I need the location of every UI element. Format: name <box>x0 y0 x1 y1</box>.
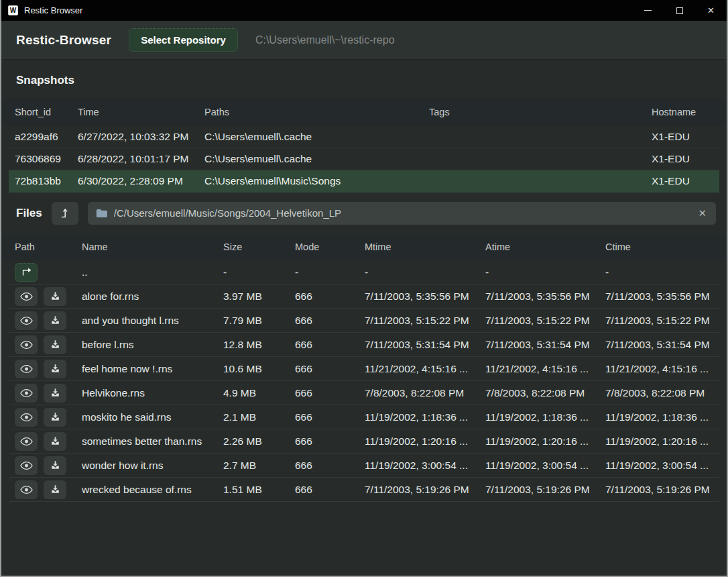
file-size: 2.7 MB <box>223 460 295 472</box>
column-hostname: Hostname <box>652 107 719 117</box>
column-atime: Atime <box>485 242 605 252</box>
up-then-right-arrow-icon <box>21 268 32 276</box>
preview-file-button[interactable] <box>15 311 38 330</box>
file-ctime: 11/19/2002, 1:20:16 ... <box>605 435 719 448</box>
go-up-directory-button[interactable] <box>52 202 78 225</box>
file-mtime: 7/8/2003, 8:22:08 PM <box>365 387 485 399</box>
file-row: moskito he said.rns 2.1 MB 666 11/19/200… <box>9 405 719 429</box>
snapshot-short-id: a2299af6 <box>15 131 78 143</box>
download-file-button[interactable] <box>44 432 66 451</box>
files-table-header: Path Name Size Mode Mtime Atime Ctime <box>1 233 727 260</box>
download-file-button[interactable] <box>44 360 66 378</box>
app-logo-icon: W <box>8 5 18 15</box>
eye-icon <box>20 316 33 325</box>
file-ctime: 7/11/2003, 5:35:56 PM <box>605 291 719 303</box>
file-atime: - <box>485 266 605 278</box>
file-mode: 666 <box>295 315 365 327</box>
file-name: alone for.rns <box>82 291 223 303</box>
enter-parent-directory-button[interactable] <box>15 263 38 282</box>
snapshot-hostname: X1-EDU <box>652 131 719 143</box>
column-tags: Tags <box>429 107 652 117</box>
empty-area <box>1 502 727 576</box>
file-mtime: 7/11/2003, 5:31:54 PM <box>365 339 485 351</box>
file-mtime: 11/19/2002, 1:20:16 ... <box>365 435 485 448</box>
files-path-input[interactable]: /C/Users/emuell/Music/Songs/2004_Helveti… <box>88 202 716 225</box>
download-file-button[interactable] <box>44 311 66 330</box>
folder-icon <box>96 209 107 218</box>
file-mode: 666 <box>295 484 365 496</box>
file-ctime: 7/8/2003, 8:22:08 PM <box>605 387 719 399</box>
file-mtime: 7/11/2003, 5:35:56 PM <box>365 291 485 303</box>
download-file-button[interactable] <box>44 335 66 354</box>
file-ctime: 11/19/2002, 1:18:36 ... <box>605 411 719 423</box>
files-bar: Files /C/Users/emuell/Music/Songs/2004_H… <box>1 193 727 233</box>
download-file-button[interactable] <box>44 480 66 499</box>
download-file-button[interactable] <box>44 287 66 306</box>
file-atime: 7/11/2003, 5:19:26 PM <box>485 484 605 496</box>
preview-file-button[interactable] <box>15 287 38 306</box>
snapshot-hostname: X1-EDU <box>652 175 719 187</box>
file-mode: - <box>295 266 365 278</box>
eye-icon <box>20 388 33 398</box>
file-row: sometimes better than.rns 2.26 MB 666 11… <box>9 429 719 454</box>
clear-path-button[interactable]: ✕ <box>696 207 708 219</box>
file-mtime: 7/11/2003, 5:15:22 PM <box>365 315 485 327</box>
snapshot-row[interactable]: a2299af6 6/27/2022, 10:03:32 PM C:\Users… <box>9 126 719 148</box>
preview-file-button[interactable] <box>15 408 38 427</box>
file-mtime: 11/19/2002, 1:18:36 ... <box>365 411 485 423</box>
file-size: 12.8 MB <box>223 339 295 351</box>
file-size: 2.26 MB <box>223 435 295 448</box>
select-repository-button[interactable]: Select Repository <box>129 28 238 52</box>
snapshot-paths: C:\Users\emuell\.cache <box>204 153 429 165</box>
file-atime: 11/19/2002, 3:00:54 ... <box>485 460 605 472</box>
preview-file-button[interactable] <box>15 360 38 378</box>
window-controls: ✕ <box>632 0 727 21</box>
file-size: 10.6 MB <box>223 363 295 375</box>
level-up-icon <box>60 207 70 219</box>
file-row: wonder how it.rns 2.7 MB 666 11/19/2002,… <box>9 454 719 478</box>
minimize-button[interactable] <box>632 0 664 21</box>
file-size: 4.9 MB <box>223 387 295 399</box>
file-row: and you thought l.rns 7.79 MB 666 7/11/2… <box>9 309 719 333</box>
column-name: Name <box>82 242 223 252</box>
clear-icon: ✕ <box>698 207 707 219</box>
file-name[interactable]: .. <box>82 266 223 278</box>
snapshot-hostname: X1-EDU <box>652 153 719 165</box>
preview-file-button[interactable] <box>15 432 38 451</box>
file-atime: 7/8/2003, 8:22:08 PM <box>485 387 605 399</box>
download-icon <box>50 460 60 470</box>
column-mode: Mode <box>295 242 365 252</box>
close-button[interactable]: ✕ <box>695 0 727 21</box>
snapshot-row[interactable]: 76306869 6/28/2022, 10:01:17 PM C:\Users… <box>9 148 719 170</box>
download-icon <box>50 388 60 398</box>
preview-file-button[interactable] <box>15 480 38 499</box>
file-name: wonder how it.rns <box>82 460 223 472</box>
download-file-button[interactable] <box>44 408 66 427</box>
file-name: wrecked because of.rns <box>82 484 223 496</box>
download-file-button[interactable] <box>44 384 66 403</box>
preview-file-button[interactable] <box>15 384 38 403</box>
snapshot-paths: C:\Users\emuell\Music\Songs <box>204 175 429 187</box>
file-mode: 666 <box>295 460 365 472</box>
file-name: and you thought l.rns <box>82 315 223 327</box>
file-size: 3.97 MB <box>223 291 295 303</box>
file-atime: 7/11/2003, 5:31:54 PM <box>485 339 605 351</box>
column-time: Time <box>78 107 204 117</box>
file-ctime: 11/21/2002, 4:15:16 ... <box>605 363 719 375</box>
file-ctime: - <box>605 266 719 278</box>
eye-icon <box>20 437 33 446</box>
file-mtime: - <box>365 266 485 278</box>
eye-icon <box>20 461 33 470</box>
file-size: 7.79 MB <box>223 315 295 327</box>
file-size: 2.1 MB <box>223 411 295 423</box>
file-ctime: 7/11/2003, 5:31:54 PM <box>605 339 719 351</box>
preview-file-button[interactable] <box>15 456 38 475</box>
snapshot-row-selected[interactable]: 72b813bb 6/30/2022, 2:28:09 PM C:\Users\… <box>9 170 719 193</box>
file-mode: 666 <box>295 435 365 448</box>
eye-icon <box>20 292 33 301</box>
file-row: before l.rns 12.8 MB 666 7/11/2003, 5:31… <box>9 333 719 357</box>
download-file-button[interactable] <box>44 456 66 475</box>
maximize-button[interactable] <box>664 0 695 21</box>
file-row: feel home now !.rns 10.6 MB 666 11/21/20… <box>9 357 719 381</box>
preview-file-button[interactable] <box>15 335 38 354</box>
